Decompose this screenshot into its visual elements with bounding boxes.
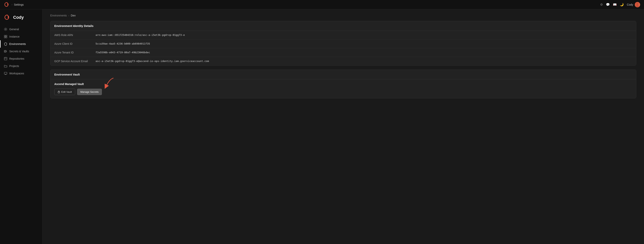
main-content: Environments › Dev Environment Identity …	[42, 9, 644, 244]
breadcrumb-parent[interactable]: Environments	[50, 14, 67, 17]
svg-rect-4	[6, 35, 7, 36]
svg-rect-10	[4, 57, 7, 60]
identity-details-table: AWS Role ARN arn:aws:iam::851725404316:r…	[50, 31, 636, 65]
chat-icon[interactable]: 💬	[606, 3, 610, 7]
identity-card: Environment Identity Details AWS Role AR…	[50, 21, 636, 66]
vault-content: Ascend Managed Vault Edit Vault Manage S…	[50, 79, 636, 98]
row-label: AWS Role ARN	[50, 31, 92, 40]
svg-rect-3	[4, 35, 6, 36]
vault-card-header: Environment Vault	[50, 70, 636, 79]
row-value: 5cca39ae-4aa5-4236-b009-ab6984911f35	[92, 40, 636, 48]
manage-secrets-button[interactable]: Manage Secrets	[77, 89, 102, 95]
sidebar-item-projects[interactable]: Projects	[0, 62, 42, 70]
brand-logo	[4, 14, 11, 21]
breadcrumb-current: Dev	[71, 14, 76, 17]
row-value: f3a5598b-e043-4719-80a7-49b23046bdec	[92, 48, 636, 57]
row-label: GCP Service Account Email	[50, 57, 92, 66]
gear-icon[interactable]: ⚙	[600, 3, 603, 7]
topbar-title: Settings	[14, 3, 24, 6]
vault-buttons: Edit Vault Manage Secrets	[54, 89, 632, 95]
key-icon	[4, 50, 7, 53]
svg-point-1	[636, 5, 639, 7]
row-value: arn:aws:iam::851725404316:role/asc-a-i5e…	[92, 31, 636, 40]
lock-icon	[58, 91, 60, 93]
table-row: Azure Tenant ID f3a5598b-e043-4719-80a7-…	[50, 48, 636, 57]
table-row: AWS Role ARN arn:aws:iam::851725404316:r…	[50, 31, 636, 40]
svg-point-2	[5, 29, 6, 30]
sidebar-brand: Cody	[0, 14, 42, 26]
book-icon[interactable]: 📖	[613, 3, 617, 7]
topbar-right: ⚙ 💬 📖 🌙 Cody	[600, 2, 640, 7]
sidebar-item-workspaces[interactable]: Workspaces	[0, 70, 42, 77]
sidebar-label-repositories: Repositories	[9, 57, 24, 60]
identity-card-header: Environment Identity Details	[50, 21, 636, 31]
breadcrumb-separator: ›	[68, 14, 70, 17]
app-logo[interactable]	[4, 2, 10, 8]
vault-card: Environment Vault Ascend Managed Vault E…	[50, 70, 636, 98]
sidebar-item-general[interactable]: General	[0, 26, 42, 33]
folder-icon	[4, 64, 7, 68]
breadcrumb-chevron: ›	[12, 3, 12, 6]
table-row: GCP Service Account Email asc-a-i5et3k-p…	[50, 57, 636, 66]
row-value: asc-a-i5et3k-pgdrvp-01gg73-e@ascend-io-o…	[92, 57, 636, 66]
brand-name: Cody	[13, 15, 24, 20]
svg-rect-16	[58, 92, 60, 93]
sidebar-label-projects: Projects	[9, 64, 19, 68]
svg-rect-6	[6, 37, 7, 38]
sidebar-item-secrets[interactable]: Secrets & Vaults	[0, 48, 42, 55]
sidebar-item-repositories[interactable]: Repositories	[0, 55, 42, 62]
sidebar-label-general: General	[9, 28, 19, 31]
gear-icon	[4, 28, 7, 31]
box-icon	[4, 57, 7, 60]
avatar	[635, 2, 640, 7]
sidebar-label-workspaces: Workspaces	[9, 72, 24, 75]
svg-point-0	[636, 3, 638, 5]
edit-vault-button[interactable]: Edit Vault	[54, 89, 75, 95]
sidebar-label-instance: Instance	[9, 35, 20, 38]
row-label: Azure Tenant ID	[50, 48, 92, 57]
sidebar-label-secrets: Secrets & Vaults	[9, 50, 29, 53]
shield-icon	[4, 42, 7, 46]
topbar: › Settings ⚙ 💬 📖 🌙 Cody	[0, 0, 644, 9]
svg-rect-5	[4, 37, 6, 38]
manage-secrets-container: Manage Secrets	[77, 89, 102, 95]
sidebar: Cody General Instance	[0, 9, 42, 244]
username: Cody	[627, 3, 633, 6]
topbar-left: › Settings	[4, 2, 24, 8]
monitor-icon	[4, 72, 7, 75]
breadcrumb: Environments › Dev	[50, 14, 636, 17]
main-layout: Cody General Instance	[0, 9, 644, 244]
moon-icon[interactable]: 🌙	[620, 3, 624, 7]
user-menu[interactable]: Cody	[627, 2, 640, 7]
sidebar-item-environments[interactable]: Environments	[0, 40, 42, 48]
svg-rect-13	[4, 72, 7, 74]
table-row: Azure Client ID 5cca39ae-4aa5-4236-b009-…	[50, 40, 636, 48]
sidebar-label-environments: Environments	[9, 42, 26, 46]
svg-rect-8	[5, 51, 6, 52]
grid-icon	[4, 35, 7, 38]
sidebar-item-instance[interactable]: Instance	[0, 33, 42, 40]
vault-subtitle: Ascend Managed Vault	[54, 82, 632, 86]
sidebar-nav: General Instance Environments	[0, 26, 42, 77]
row-label: Azure Client ID	[50, 40, 92, 48]
